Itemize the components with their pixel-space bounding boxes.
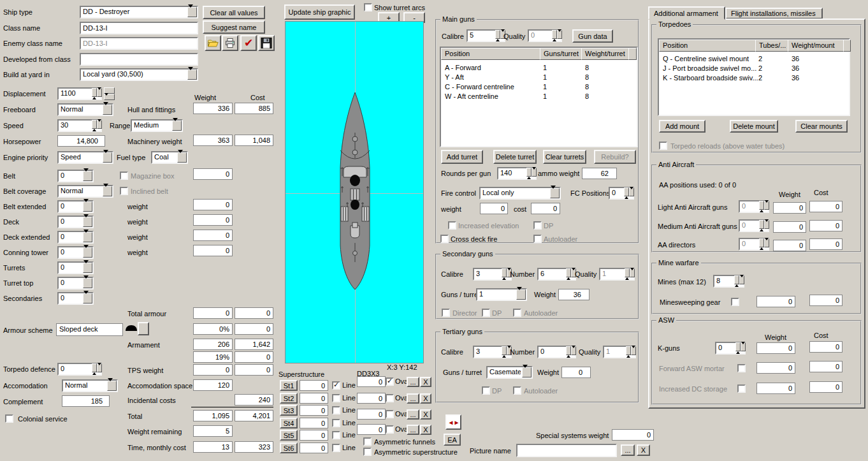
spin-down[interactable]: [741, 342, 746, 351]
fuel-type-select[interactable]: Coal: [151, 151, 188, 164]
spin-up[interactable]: [566, 268, 571, 277]
prev-next-graphic-button[interactable]: ◄►: [445, 414, 461, 430]
st6-button[interactable]: St6: [280, 443, 298, 453]
add-mount-button[interactable]: Add mount: [659, 120, 705, 133]
picture-clear-button[interactable]: X: [637, 444, 650, 456]
chevron-down-icon[interactable]: [177, 152, 187, 163]
oval4-checkbox[interactable]: [386, 425, 394, 434]
mg-col-position[interactable]: Position: [441, 48, 540, 60]
check-design-button[interactable]: ✔: [240, 35, 257, 51]
spin-up[interactable]: [502, 268, 507, 277]
chevron-down-icon[interactable]: [83, 201, 92, 212]
oval4-browse-button[interactable]: ...: [407, 425, 419, 435]
mines-spinner[interactable]: 8: [713, 275, 744, 288]
belt-extended-select[interactable]: 0: [57, 200, 94, 213]
tg-quality-spinner[interactable]: 1: [603, 346, 636, 358]
torp-row-position[interactable]: K - Starboard broadside swiv...: [663, 74, 758, 82]
spin-down[interactable]: [764, 238, 769, 247]
ship-canvas[interactable]: [285, 21, 424, 363]
spin-up[interactable]: [625, 268, 630, 277]
clear-mounts-button[interactable]: Clear mounts: [795, 120, 848, 133]
sg-calibre-spinner[interactable]: 3: [473, 268, 512, 281]
torp-row-position[interactable]: J - Port broadside swivel mo...: [663, 64, 756, 72]
accomodation-select[interactable]: Normal: [62, 379, 118, 392]
gun-data-button[interactable]: Gun data: [572, 29, 613, 43]
suggest-name-button[interactable]: Suggest name: [203, 20, 265, 34]
torpedoes-table[interactable]: Position Tubes/... Weight/mount Q - Cent…: [658, 38, 850, 116]
mg-row-position[interactable]: A - Forward: [445, 64, 481, 71]
oval3-checkbox[interactable]: [386, 410, 394, 418]
chevron-down-icon[interactable]: [187, 70, 197, 80]
st5-line-checkbox[interactable]: [332, 431, 340, 439]
conning-tower-select[interactable]: 0: [57, 246, 94, 259]
medium-aa-spinner[interactable]: 0: [739, 219, 769, 232]
mg-col-weight[interactable]: Weight/turret: [581, 48, 629, 60]
st5-button[interactable]: St5: [280, 430, 298, 441]
chevron-down-icon[interactable]: [83, 263, 92, 273]
sg-quality-spinner[interactable]: 1: [599, 268, 635, 281]
spin-up[interactable]: [759, 238, 764, 247]
chevron-down-icon[interactable]: [83, 171, 92, 181]
oval1-delete-button[interactable]: X: [420, 377, 431, 387]
chevron-down-icon[interactable]: [187, 7, 197, 17]
chevron-down-icon[interactable]: [172, 121, 182, 131]
ea-button[interactable]: EA: [444, 434, 461, 446]
update-ship-graphic-button[interactable]: Update ship graphic: [284, 4, 355, 20]
chevron-down-icon[interactable]: [83, 247, 92, 258]
range-select[interactable]: Medium: [131, 119, 183, 132]
spin-up[interactable]: [624, 187, 629, 196]
sg-number-spinner[interactable]: 6: [537, 268, 576, 281]
asymmetric-funnels-checkbox[interactable]: [363, 437, 372, 446]
chevron-down-icon[interactable]: [83, 293, 92, 304]
displacement-spinner[interactable]: 1100: [57, 87, 102, 100]
open-file-button[interactable]: [205, 35, 221, 51]
clear-turrets-button[interactable]: Clear turrets: [543, 150, 586, 164]
mg-col-guns[interactable]: Guns/turret: [540, 48, 582, 60]
spin-up[interactable]: [495, 30, 500, 39]
engine-priority-select[interactable]: Speed: [57, 151, 113, 164]
chevron-down-icon[interactable]: [516, 289, 526, 300]
class-name-input[interactable]: [80, 22, 198, 34]
k-guns-spinner[interactable]: 0: [715, 342, 746, 355]
belt-select[interactable]: 0: [57, 170, 94, 182]
sg-guns-per-turret-select[interactable]: 1: [476, 288, 527, 301]
torp-row-position[interactable]: Q - Centreline swivel mount: [663, 55, 749, 62]
spin-down[interactable]: [97, 88, 102, 97]
chevron-down-icon[interactable]: [107, 381, 117, 391]
torp-col-tubes[interactable]: Tubes/...: [755, 40, 788, 52]
delete-turret-button[interactable]: Delete turret: [493, 150, 537, 164]
spin-down[interactable]: [97, 120, 102, 129]
oval2-browse-button[interactable]: ...: [407, 393, 419, 404]
developed-from-input[interactable]: [80, 53, 198, 66]
save-button[interactable]: [258, 35, 275, 51]
torp-col-position[interactable]: Position: [659, 40, 756, 52]
st3-line-checkbox[interactable]: [332, 406, 340, 414]
speed-spinner[interactable]: 30: [57, 119, 102, 132]
spin-up[interactable]: [92, 120, 97, 129]
displacement-fine-spinner[interactable]: [104, 87, 115, 100]
spin-down[interactable]: [571, 346, 576, 355]
spin-down[interactable]: [764, 220, 769, 229]
spin-down[interactable]: [97, 363, 102, 372]
asymmetric-superstructure-checkbox[interactable]: [363, 448, 372, 456]
torp-col-weight[interactable]: Weight/mount: [788, 40, 844, 52]
st1-line-checkbox[interactable]: [332, 381, 340, 390]
deck-extended-select[interactable]: 0: [57, 231, 94, 244]
chevron-down-icon[interactable]: [103, 152, 112, 163]
minesweeping-gear-checkbox[interactable]: [731, 298, 739, 306]
spin-up[interactable]: [92, 363, 97, 372]
spin-up[interactable]: [759, 220, 764, 229]
deck-select[interactable]: 0: [57, 216, 94, 228]
secondaries-select[interactable]: 0: [57, 292, 94, 305]
add-turret-button[interactable]: Add turret: [441, 150, 483, 164]
mg-row-position[interactable]: W - Aft centreline: [445, 92, 498, 100]
armour-scheme-picker-button[interactable]: [138, 322, 149, 335]
tab-flight-installations[interactable]: Flight installations, missiles: [725, 8, 823, 19]
spin-down[interactable]: [104, 94, 115, 100]
oval2-delete-button[interactable]: X: [420, 393, 431, 404]
show-turret-arcs-checkbox[interactable]: [364, 3, 372, 11]
fc-positions-spinner[interactable]: 0: [609, 187, 634, 200]
spin-up[interactable]: [526, 168, 532, 177]
chevron-down-icon[interactable]: [83, 217, 92, 227]
colonial-service-checkbox[interactable]: [5, 414, 13, 423]
